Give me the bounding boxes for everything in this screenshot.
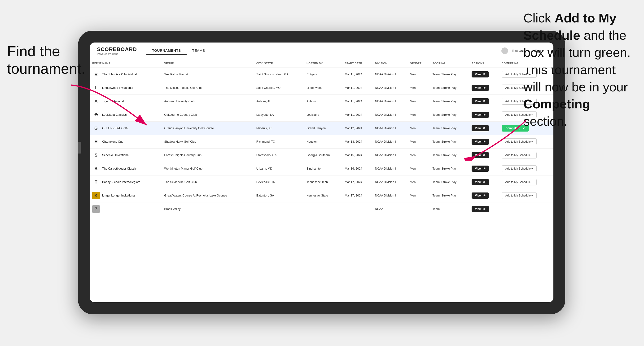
- division-cell: NCAA: [372, 202, 408, 216]
- eye-icon: 👁: [483, 194, 486, 197]
- hosted-by-cell: [304, 202, 342, 216]
- scoring-cell: Team, Stroke Play: [430, 162, 470, 175]
- division-cell: NCAA Division I: [372, 149, 408, 162]
- view-button[interactable]: View 👁: [472, 98, 489, 104]
- venue-cell: Worthington Manor Golf Club: [162, 162, 254, 175]
- table-row: SSchenkel InvitationalForest Heights Cou…: [90, 149, 554, 162]
- eye-icon: 👁: [483, 73, 486, 76]
- eye-icon: 👁: [483, 100, 486, 103]
- division-cell: NCAA Division I: [372, 81, 408, 95]
- event-name-text: Lindenwood Invitational: [102, 86, 133, 90]
- view-button[interactable]: View 👁: [472, 71, 489, 77]
- add-to-schedule-button[interactable]: Add to My Schedule +: [502, 179, 537, 185]
- view-button[interactable]: View 👁: [472, 206, 489, 212]
- venue-cell: Auburn University Club: [162, 95, 254, 108]
- table-row: ☘Louisiana ClassicsOakbourne Country Clu…: [90, 108, 554, 122]
- table-row: GGCU INVITATIONALGrand Canyon University…: [90, 122, 554, 135]
- division-cell: NCAA Division I: [372, 68, 408, 81]
- add-to-schedule-button[interactable]: Add to My Schedule +: [502, 165, 537, 172]
- actions-cell: View 👁: [469, 81, 499, 95]
- actions-cell: View 👁: [469, 68, 499, 81]
- team-logo: B: [92, 165, 100, 173]
- tab-teams[interactable]: TEAMS: [186, 46, 211, 55]
- gender-cell: Men: [408, 108, 430, 122]
- table-body: RThe Johnnie - O IndividualSea Palms Res…: [90, 68, 554, 216]
- event-name-cell: BThe Carpetbagger Classic: [90, 162, 162, 175]
- division-cell: NCAA Division I: [372, 95, 408, 108]
- event-name-text: Tiger Invitational: [102, 100, 124, 103]
- competing-cell: Add to My Schedule +: [499, 189, 554, 202]
- hosted-by-cell: Tennessee Tech: [304, 175, 342, 189]
- view-button[interactable]: View 👁: [472, 85, 489, 91]
- city-state-cell: [254, 202, 304, 216]
- event-name-text: Champions Cup: [102, 140, 124, 143]
- start-date-cell: Mar 11, 2024: [342, 108, 373, 122]
- start-date-cell: Mar 13, 2024: [342, 135, 373, 149]
- venue-cell: Forest Heights Country Club: [162, 149, 254, 162]
- event-name-text: Bobby Nichols Intercollegiate: [102, 180, 140, 184]
- scoring-cell: Team, Stroke Play: [430, 122, 470, 135]
- gender-cell: Men: [408, 81, 430, 95]
- division-cell: NCAA Division I: [372, 108, 408, 122]
- event-name-cell: TBobby Nichols Intercollegiate: [90, 175, 162, 189]
- tab-tournaments[interactable]: TOURNAMENTS: [146, 46, 186, 55]
- tablet-screen: SCOREBOARD Powered by clippd TOURNAMENTS…: [90, 42, 554, 302]
- city-state-cell: Richmond, TX: [254, 135, 304, 149]
- logo-text: SCOREBOARD: [97, 46, 137, 52]
- city-state-cell: Saint Charles, MO: [254, 81, 304, 95]
- venue-cell: Great Waters Course At Reynolds Lake Oco…: [162, 189, 254, 202]
- team-logo: G: [92, 125, 100, 132]
- table-container: EVENT NAME VENUE CITY, STATE HOSTED BY S…: [90, 59, 554, 302]
- view-button[interactable]: View 👁: [472, 112, 489, 118]
- venue-cell: The Missouri Bluffs Golf Club: [162, 81, 254, 95]
- table-header: EVENT NAME VENUE CITY, STATE HOSTED BY S…: [90, 59, 554, 68]
- event-name-cell: ATiger Invitational: [90, 95, 162, 108]
- view-button[interactable]: View 👁: [472, 139, 489, 145]
- event-name-text: Schenkel Invitational: [102, 154, 129, 157]
- table-row: KLinger Longer InvitationalGreat Waters …: [90, 189, 554, 202]
- team-logo: L: [92, 84, 100, 92]
- col-actions: ACTIONS: [469, 59, 499, 68]
- event-name-cell: LLindenwood Invitational: [90, 81, 162, 95]
- add-to-schedule-button[interactable]: Add to My Schedule +: [502, 192, 537, 199]
- event-name-text: Louisiana Classics: [102, 113, 127, 116]
- view-button[interactable]: View 👁: [472, 179, 489, 185]
- view-button[interactable]: View 👁: [472, 166, 489, 172]
- table-row: LLindenwood InvitationalThe Missouri Blu…: [90, 81, 554, 95]
- gender-cell: Men: [408, 122, 430, 135]
- hosted-by-cell: Kennesaw State: [304, 189, 342, 202]
- eye-icon: 👁: [483, 154, 486, 157]
- city-state-cell: Statesboro, GA: [254, 149, 304, 162]
- tournaments-table: EVENT NAME VENUE CITY, STATE HOSTED BY S…: [90, 59, 554, 216]
- col-hosted-by: HOSTED BY: [304, 59, 342, 68]
- hosted-by-cell: Binghamton: [304, 162, 342, 175]
- view-button[interactable]: View 👁: [472, 192, 489, 199]
- sidebar-toggle[interactable]: [78, 142, 81, 154]
- navbar: SCOREBOARD Powered by clippd TOURNAMENTS…: [90, 42, 554, 59]
- actions-cell: View 👁: [469, 122, 499, 135]
- event-name-text: The Carpetbagger Classic: [102, 167, 136, 170]
- venue-cell: Sea Palms Resort: [162, 68, 254, 81]
- event-name-text: The Johnnie - O Individual: [102, 73, 137, 76]
- actions-cell: View 👁: [469, 135, 499, 149]
- view-button[interactable]: View 👁: [472, 125, 489, 131]
- add-to-schedule-button[interactable]: Add to My Schedule +: [502, 152, 537, 159]
- actions-cell: View 👁: [469, 149, 499, 162]
- actions-cell: View 👁: [469, 175, 499, 189]
- hosted-by-cell: Auburn: [304, 95, 342, 108]
- hosted-by-cell: Louisiana: [304, 108, 342, 122]
- hosted-by-cell: Grand Canyon: [304, 122, 342, 135]
- eye-icon: 👁: [483, 207, 486, 211]
- gender-cell: Men: [408, 149, 430, 162]
- scoring-cell: Team, Stroke Play: [430, 108, 470, 122]
- add-to-schedule-button[interactable]: Add to My Schedule +: [502, 138, 537, 145]
- scoring-cell: Team, Stroke Play: [430, 135, 470, 149]
- table-row: RThe Johnnie - O IndividualSea Palms Res…: [90, 68, 554, 81]
- view-button[interactable]: View 👁: [472, 152, 489, 158]
- venue-cell: The Sevierville Golf Club: [162, 175, 254, 189]
- city-state-cell: Urbana, MD: [254, 162, 304, 175]
- scoring-cell: Team, Stroke Play: [430, 81, 470, 95]
- start-date-cell: Mar 17, 2024: [342, 189, 373, 202]
- team-logo: K: [92, 192, 100, 199]
- table-row: HChampions CupShadow Hawk Golf ClubRichm…: [90, 135, 554, 149]
